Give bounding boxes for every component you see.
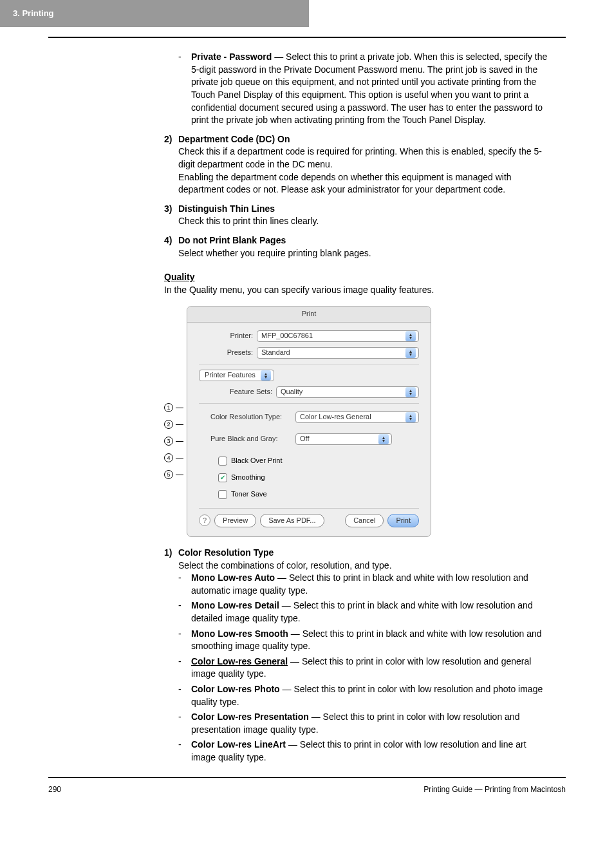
black-overprint-checkbox[interactable] <box>218 457 227 466</box>
top-rule <box>48 37 566 38</box>
presets-value: Standard <box>261 348 290 357</box>
black-overprint-label: Black Over Print <box>231 456 282 466</box>
option-text: Mono Low-res Smooth — Select this to pri… <box>191 628 553 653</box>
list-item: -Color Low-res Presentation — Select thi… <box>178 711 553 736</box>
option-text: Color Low-res LineArt — Select this to p… <box>191 739 553 764</box>
callout-4: 4 <box>164 449 183 466</box>
private-password-label: Private - Password <box>191 52 272 62</box>
bullet-dash: - <box>178 683 191 708</box>
bullet-dash: - <box>178 599 191 625</box>
item-3-p1: Check this to print thin lines clearly. <box>178 215 553 228</box>
printer-label: Printer: <box>199 331 257 341</box>
footer: 290 Printing Guide — Printing from Macin… <box>0 784 614 811</box>
smoothing-label: Smoothing <box>231 473 265 482</box>
callout-1: 1 <box>164 399 183 416</box>
list-item: -Mono Low-res Detail — Select this to pr… <box>178 599 553 625</box>
feature-sets-label: Feature Sets: <box>199 387 276 397</box>
option-name: Color Low-res Presentation <box>191 712 309 722</box>
footer-title: Printing Guide — Printing from Macintosh <box>423 784 566 795</box>
item-4-title: Do not Print Blank Pages <box>178 234 553 247</box>
item-3: 3) Distinguish Thin Lines Check this to … <box>164 203 553 228</box>
bullet-dash: - <box>178 51 191 127</box>
list-item: -Color Low-res General — Select this to … <box>178 656 553 681</box>
pure-black-select[interactable]: Off ▴▾ <box>295 433 392 445</box>
toner-save-checkbox[interactable] <box>218 490 227 499</box>
page-number: 290 <box>48 784 61 795</box>
color-res-title: Color Resolution Type <box>178 547 553 560</box>
bullet-dash: - <box>178 572 191 597</box>
pure-black-value: Off <box>300 434 309 444</box>
option-name: Mono Low-res Smooth <box>191 628 288 639</box>
bullet-dash: - <box>178 628 191 653</box>
option-name: Color Low-res LineArt <box>191 739 286 750</box>
chevron-updown-icon: ▴▾ <box>405 412 416 422</box>
item-2-p2: Enabling the department code depends on … <box>178 171 553 196</box>
page-header: 3. Printing <box>0 0 614 27</box>
callout-2: 2 <box>164 416 183 433</box>
feature-sets-select[interactable]: Quality ▴▾ <box>276 386 419 398</box>
item-2: 2) Department Code (DC) On Check this if… <box>164 133 553 196</box>
callout-5: 5 <box>164 466 183 483</box>
quality-intro: In the Quality menu, you can specify var… <box>164 284 553 297</box>
preview-button[interactable]: Preview <box>214 514 256 527</box>
color-res-select[interactable]: Color Low-res General ▴▾ <box>295 411 419 423</box>
chapter-label: 3. Printing <box>0 0 309 27</box>
quality-heading: Quality <box>164 271 553 284</box>
print-dialog: Print Printer: MFP_00C67861 ▴▾ Presets: … <box>187 306 431 537</box>
list-item: -Mono Low-res Auto — Select this to prin… <box>178 572 553 597</box>
smoothing-checkbox[interactable]: ✔ <box>218 473 227 482</box>
item-4: 4) Do not Print Blank Pages Select wheth… <box>164 234 553 259</box>
cancel-button[interactable]: Cancel <box>345 514 384 527</box>
callouts: 1 2 3 4 5 <box>164 399 183 483</box>
divider <box>199 364 419 364</box>
color-res-intro: Select the combinations of color, resolu… <box>178 560 553 572</box>
option-name: Mono Low-res Auto <box>191 572 275 583</box>
option-text: Mono Low-res Detail — Select this to pri… <box>191 599 553 625</box>
print-dialog-figure: 1 2 3 4 5 Print Printer: MFP_00C67861 ▴▾… <box>164 306 553 537</box>
color-res-num: 1) <box>164 547 178 572</box>
bullet-dash: - <box>178 656 191 681</box>
item-3-title: Distinguish Thin Lines <box>178 203 553 216</box>
chevron-updown-icon: ▴▾ <box>405 387 416 397</box>
page-content: - Private - Password — Select this to pr… <box>0 51 614 764</box>
item-4-p1: Select whether you require printing blan… <box>178 247 553 260</box>
color-res-value: Color Low-res General <box>300 412 371 422</box>
presets-select[interactable]: Standard ▴▾ <box>257 347 419 359</box>
bullet-dash: - <box>178 739 191 764</box>
print-button[interactable]: Print <box>387 514 419 527</box>
chevron-updown-icon: ▴▾ <box>261 370 271 381</box>
divider <box>199 508 419 509</box>
list-item: -Mono Low-res Smooth — Select this to pr… <box>178 628 553 653</box>
chevron-updown-icon: ▴▾ <box>405 331 416 341</box>
callout-3: 3 <box>164 433 183 449</box>
bullet-dash: - <box>178 711 191 736</box>
private-password-text: Private - Password — Select this to prin… <box>191 51 553 127</box>
printer-select[interactable]: MFP_00C67861 ▴▾ <box>257 330 419 342</box>
item-2-title: Department Code (DC) On <box>178 133 553 146</box>
item-2-p1: Check this if a department code is requi… <box>178 146 553 171</box>
toner-save-label: Toner Save <box>231 489 267 499</box>
feature-tab-value: Printer Features <box>205 370 256 380</box>
chevron-updown-icon: ▴▾ <box>378 434 389 444</box>
list-item: -Color Low-res Photo — Select this to pr… <box>178 683 553 708</box>
divider <box>199 403 419 404</box>
color-res-label: Color Resolution Type: <box>199 412 295 422</box>
color-res-section: 1) Color Resolution Type Select the comb… <box>164 547 553 572</box>
save-pdf-button[interactable]: Save As PDF... <box>260 514 324 527</box>
pure-black-label: Pure Black and Gray: <box>199 434 295 444</box>
feature-sets-value: Quality <box>281 387 302 397</box>
option-name: Color Low-res General <box>191 656 288 666</box>
private-password-block: - Private - Password — Select this to pr… <box>164 51 553 127</box>
feature-tab-select[interactable]: Printer Features ▴▾ <box>199 370 274 381</box>
option-text: Color Low-res Photo — Select this to pri… <box>191 683 553 708</box>
item-2-num: 2) <box>164 133 178 196</box>
presets-label: Presets: <box>199 348 257 357</box>
option-name: Mono Low-res Detail <box>191 600 279 610</box>
help-icon[interactable]: ? <box>199 514 210 526</box>
item-3-num: 3) <box>164 203 178 228</box>
option-text: Color Low-res General — Select this to p… <box>191 656 553 681</box>
list-item: -Color Low-res LineArt — Select this to … <box>178 739 553 764</box>
color-res-options: -Mono Low-res Auto — Select this to prin… <box>164 572 553 764</box>
option-text: Color Low-res Presentation — Select this… <box>191 711 553 736</box>
chevron-updown-icon: ▴▾ <box>405 348 416 358</box>
